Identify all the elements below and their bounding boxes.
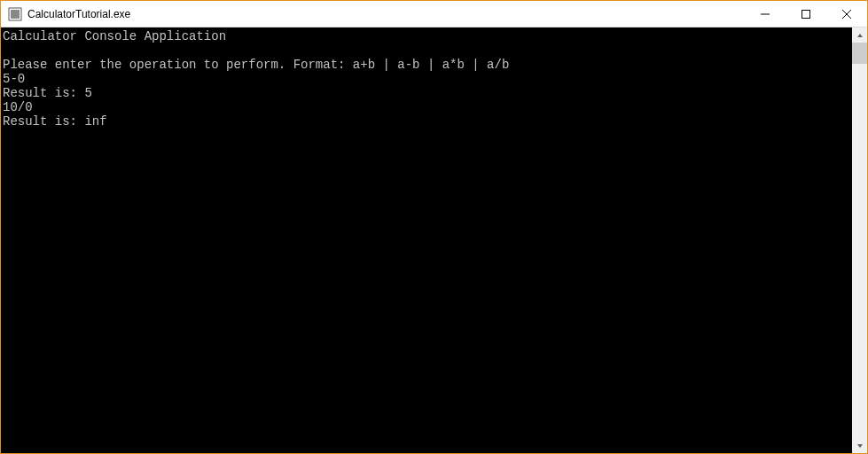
application-window: CalculatorTutorial.exe Calculator Consol… [0,0,868,454]
window-controls [745,1,867,27]
app-icon [8,7,22,21]
scroll-down-arrow-icon[interactable] [852,438,867,453]
console-area: Calculator Console Application Please en… [1,27,867,453]
scroll-up-arrow-icon[interactable] [852,27,867,43]
maximize-button[interactable] [786,1,826,27]
scroll-thumb[interactable] [852,43,867,64]
svg-rect-3 [802,10,810,18]
svg-marker-6 [857,34,863,37]
svg-marker-7 [857,444,863,448]
svg-rect-1 [11,10,20,19]
titlebar[interactable]: CalculatorTutorial.exe [1,1,867,27]
minimize-button[interactable] [745,1,786,27]
window-title: CalculatorTutorial.exe [27,8,745,20]
scroll-track[interactable] [852,43,867,438]
vertical-scrollbar[interactable] [852,27,867,453]
close-button[interactable] [826,1,867,27]
console-output[interactable]: Calculator Console Application Please en… [1,27,852,453]
